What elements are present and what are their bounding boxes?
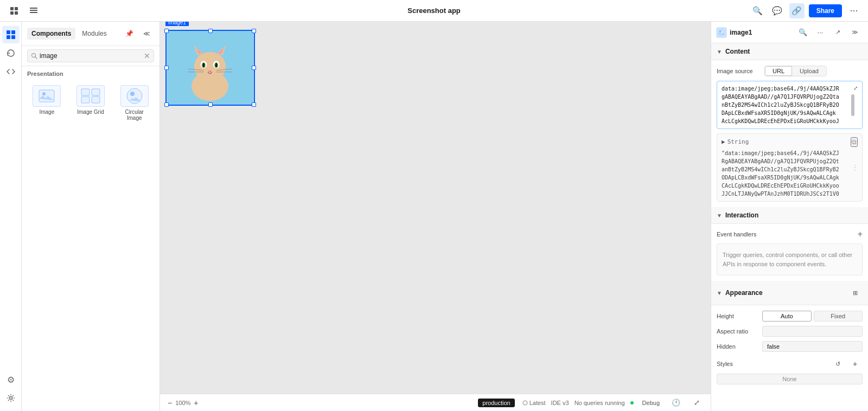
zoom-out-btn[interactable]: − xyxy=(167,399,173,407)
component-expand-btn[interactable]: ↗ xyxy=(830,25,845,40)
appearance-header-icons: ⊞ xyxy=(847,285,863,300)
pin-icon-btn[interactable]: 📌 xyxy=(122,26,137,41)
main-layout: ⚙ Components Modules 📌 ≪ ✕ xyxy=(0,22,868,411)
history-btn[interactable]: 🕐 xyxy=(668,395,684,410)
add-event-handler-btn[interactable]: + xyxy=(858,229,863,239)
url-scrollbar[interactable] xyxy=(851,94,854,116)
zoom-in-btn[interactable]: + xyxy=(193,399,199,407)
string-label: String xyxy=(727,138,749,147)
expand-btn[interactable]: ⤢ xyxy=(689,395,704,410)
height-auto-btn[interactable]: Auto xyxy=(762,311,812,322)
svg-rect-8 xyxy=(11,30,15,34)
svg-point-21 xyxy=(130,92,135,96)
env-badge: production xyxy=(478,399,514,407)
search-input-wrap: ✕ xyxy=(27,49,154,62)
height-label: Height xyxy=(717,313,760,319)
app-title: Screenshot app xyxy=(407,7,461,15)
canvas-bottom-bar: − 100% + production Latest IDE v3 No que… xyxy=(160,394,711,411)
svg-rect-0 xyxy=(10,7,14,10)
debug-btn[interactable]: Debug xyxy=(639,395,663,410)
drag-handle-icon[interactable]: ⋮ xyxy=(851,162,859,174)
components-panel: Components Modules 📌 ≪ ✕ Presentation xyxy=(22,22,160,411)
data-url-box[interactable]: data:image/jpeg;base64,/9j/4AAQSkZJRgABA… xyxy=(717,81,863,129)
collapse-panel-btn[interactable]: ≪ xyxy=(139,26,154,41)
image-icon-box xyxy=(33,85,61,107)
styles-refresh-btn[interactable]: ↺ xyxy=(830,356,845,371)
appearance-label: Appearance xyxy=(725,289,763,297)
svg-rect-19 xyxy=(92,97,100,103)
more-options-btn[interactable]: ··· xyxy=(846,3,861,18)
component-item-circular-image[interactable]: Circular Image xyxy=(114,81,154,125)
resize-handle-br[interactable] xyxy=(252,102,256,107)
aspect-ratio-input[interactable] xyxy=(762,326,863,337)
resize-handle-bl[interactable] xyxy=(164,102,169,107)
height-fixed-btn[interactable]: Fixed xyxy=(814,311,863,322)
styles-label: Styles xyxy=(717,361,830,367)
resize-handle-ml[interactable] xyxy=(164,66,169,70)
resize-handle-tl[interactable] xyxy=(164,29,169,33)
panel-header: Components Modules 📌 ≪ xyxy=(22,22,159,46)
clear-search-btn[interactable]: ✕ xyxy=(144,52,150,60)
latest-tag[interactable]: Latest xyxy=(522,400,546,406)
component-collapse-btn[interactable]: ≫ xyxy=(847,25,863,40)
component-item-image-grid[interactable]: Image Grid xyxy=(71,81,111,125)
svg-rect-7 xyxy=(7,30,10,34)
resize-handle-tr[interactable] xyxy=(252,29,256,33)
component-more-btn[interactable]: ··· xyxy=(813,25,828,40)
svg-point-11 xyxy=(9,397,12,400)
search-icon-btn[interactable]: 🔍 xyxy=(750,3,765,18)
zoom-level: 100% xyxy=(175,400,190,406)
status-text: No queries running xyxy=(575,400,625,406)
search-input[interactable] xyxy=(40,52,142,60)
panel-header-icons: 📌 ≪ xyxy=(122,26,154,41)
tab-modules[interactable]: Modules xyxy=(78,28,111,40)
content-label: Content xyxy=(725,48,750,55)
sidebar-item-plugins[interactable]: ⚙ xyxy=(2,371,20,388)
share-button[interactable]: Share xyxy=(809,4,842,17)
interaction-section-header[interactable]: ▼ Interaction xyxy=(711,207,868,224)
canvas-image xyxy=(167,31,254,105)
component-icon-small xyxy=(717,28,726,37)
appearance-arrow-icon: ▼ xyxy=(717,290,722,296)
sidebar-item-code[interactable] xyxy=(2,63,20,80)
ide-tag[interactable]: IDE v3 xyxy=(551,400,569,406)
component-item-image[interactable]: Image xyxy=(27,81,67,125)
topbar: Screenshot app 🔍 💬 🔗 Share ··· xyxy=(0,0,868,22)
topbar-right: 🔍 💬 🔗 Share ··· xyxy=(750,3,861,18)
string-value: "data:image/jpeg;base64,/9j/4AAQSkZJRgAB… xyxy=(722,149,858,198)
url-expand-btn[interactable]: ⤢ xyxy=(851,84,860,92)
upload-toggle-btn[interactable]: Upload xyxy=(792,66,826,76)
resize-handle-tm[interactable] xyxy=(208,29,213,33)
resize-handle-mr[interactable] xyxy=(252,66,256,70)
search-component-btn[interactable]: 🔍 xyxy=(795,25,810,40)
search-bar: ✕ xyxy=(22,46,159,66)
hidden-input[interactable] xyxy=(762,341,863,352)
chat-icon-btn[interactable]: 💬 xyxy=(770,3,785,18)
url-toggle-btn[interactable]: URL xyxy=(765,66,792,76)
image-component[interactable]: image1 xyxy=(165,30,255,106)
tab-components[interactable]: Components xyxy=(27,28,75,40)
chevron-right-icon[interactable]: ▶ xyxy=(722,138,725,147)
resize-handle-bm[interactable] xyxy=(208,102,213,107)
sidebar-item-refresh[interactable] xyxy=(2,44,20,62)
grid-icon-btn[interactable] xyxy=(7,3,22,18)
svg-point-34 xyxy=(215,63,217,67)
circular-image-icon-box xyxy=(120,85,149,107)
sidebar-item-settings[interactable] xyxy=(2,389,20,407)
component-name: image1 xyxy=(730,29,752,36)
image-component-label: image1 xyxy=(165,22,189,26)
image-grid-label: Image Grid xyxy=(77,109,104,115)
svg-rect-3 xyxy=(15,11,18,15)
table-icon-btn[interactable] xyxy=(26,3,41,18)
appearance-settings-btn[interactable]: ⊞ xyxy=(847,285,863,300)
content-section-header[interactable]: ▼ Content xyxy=(711,43,868,60)
hidden-row: Hidden xyxy=(717,341,863,352)
circular-image-label: Circular Image xyxy=(117,109,151,121)
svg-rect-18 xyxy=(81,97,90,103)
copy-string-btn[interactable]: ⧉ xyxy=(851,137,858,147)
right-panel-header: image1 🔍 ··· ↗ ≫ xyxy=(711,22,868,43)
link-icon-btn[interactable]: 🔗 xyxy=(789,3,805,18)
appearance-section-header[interactable]: ▼ Appearance ⊞ xyxy=(711,281,868,305)
styles-add-btn[interactable]: + xyxy=(847,356,863,371)
sidebar-item-components[interactable] xyxy=(2,26,20,43)
